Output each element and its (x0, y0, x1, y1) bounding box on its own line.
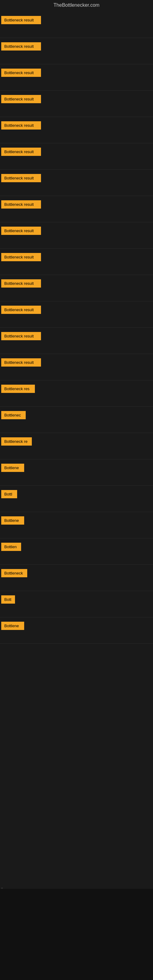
bottleneck-badge-20[interactable]: Bottlene (1, 516, 24, 525)
bottleneck-row-10[interactable]: Bottleneck result (0, 249, 153, 275)
bottleneck-row-11[interactable]: Bottleneck result (0, 275, 153, 301)
bottleneck-row-13[interactable]: Bottleneck result (0, 328, 153, 354)
bottleneck-row-20[interactable]: Bottlene (0, 512, 153, 538)
bottleneck-badge-7[interactable]: Bottleneck result (1, 174, 41, 182)
bottleneck-row-8[interactable]: Bottleneck result (0, 196, 153, 222)
bottleneck-row-6[interactable]: Bottleneck result (0, 143, 153, 170)
bottleneck-badge-6[interactable]: Bottleneck result (1, 148, 41, 156)
bottleneck-badge-18[interactable]: Bottlene (1, 464, 24, 472)
bottleneck-badge-15[interactable]: Bottleneck res (1, 385, 35, 393)
bottleneck-row-18[interactable]: Bottlene (0, 460, 153, 486)
chart-area (0, 889, 153, 980)
bottleneck-badge-9[interactable]: Bottleneck result (1, 227, 41, 235)
bottleneck-row-3[interactable]: Bottleneck result (0, 64, 153, 91)
bottleneck-badge-21[interactable]: Bottlen (1, 542, 21, 551)
bottleneck-row-23[interactable]: Bott (0, 591, 153, 617)
bottleneck-badge-17[interactable]: Bottleneck re (1, 438, 32, 445)
bottleneck-badge-23[interactable]: Bott (1, 595, 15, 604)
bottleneck-row-24[interactable]: Bottlene (0, 617, 153, 644)
bottleneck-badge-24[interactable]: Bottlene (1, 622, 24, 630)
bottleneck-badge-13[interactable]: Bottleneck result (1, 332, 41, 340)
bottleneck-badge-4[interactable]: Bottleneck result (1, 95, 41, 103)
bottleneck-row-19[interactable]: Bottl (0, 486, 153, 512)
bottleneck-badge-10[interactable]: Bottleneck result (1, 253, 41, 261)
bottleneck-badge-22[interactable]: Bottleneck (1, 569, 27, 577)
bottleneck-badge-19[interactable]: Bottl (1, 490, 17, 498)
bottleneck-row-12[interactable]: Bottleneck result (0, 301, 153, 328)
bottleneck-row-21[interactable]: Bottlen (0, 538, 153, 565)
bottleneck-row-9[interactable]: Bottleneck result (0, 222, 153, 249)
bottleneck-row-14[interactable]: Bottleneck result (0, 354, 153, 380)
bottleneck-row-2[interactable]: Bottleneck result (0, 38, 153, 64)
bottleneck-row-4[interactable]: Bottleneck result (0, 91, 153, 117)
bottleneck-badge-2[interactable]: Bottleneck result (1, 42, 41, 51)
bottleneck-badge-16[interactable]: Bottlenec (1, 411, 26, 419)
bottom-section: 0 (0, 644, 153, 980)
bottleneck-row-16[interactable]: Bottlenec (0, 407, 153, 433)
bottleneck-row-7[interactable]: Bottleneck result (0, 170, 153, 196)
bottleneck-row-1[interactable]: Bottleneck result (0, 12, 153, 38)
bottleneck-badge-1[interactable]: Bottleneck result (1, 16, 41, 24)
bottleneck-row-17[interactable]: Bottleneck re (0, 433, 153, 460)
bottleneck-row-22[interactable]: Bottleneck (0, 565, 153, 591)
bottleneck-row-5[interactable]: Bottleneck result (0, 117, 153, 143)
bottleneck-badge-12[interactable]: Bottleneck result (1, 305, 41, 314)
bottleneck-row-15[interactable]: Bottleneck res (0, 380, 153, 407)
bottleneck-badge-3[interactable]: Bottleneck result (1, 68, 41, 77)
bottleneck-badge-11[interactable]: Bottleneck result (1, 279, 41, 288)
bottleneck-badge-5[interactable]: Bottleneck result (1, 121, 41, 130)
site-title: TheBottlenecker.com (0, 0, 153, 12)
bottleneck-badge-14[interactable]: Bottleneck result (1, 358, 41, 367)
chart-bars (0, 889, 153, 980)
bottleneck-badge-8[interactable]: Bottleneck result (1, 200, 41, 208)
